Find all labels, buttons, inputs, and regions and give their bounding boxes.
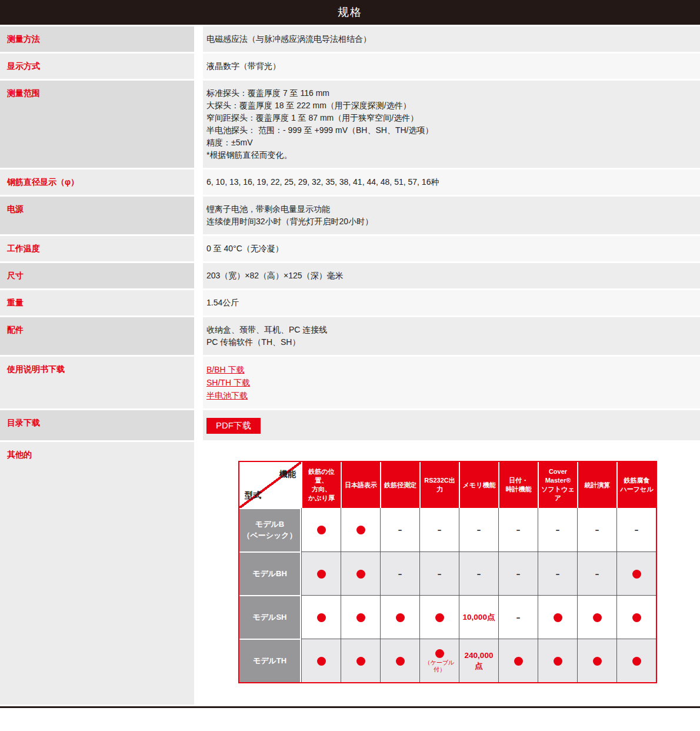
spec-table: 测量方法电磁感应法（与脉冲感应涡流电导法相结合）显示方式液晶数字（带背光）测量范… bbox=[0, 26, 700, 705]
available-dot-icon bbox=[593, 613, 602, 622]
feature-value-cell bbox=[341, 595, 380, 639]
not-available-dash: – bbox=[398, 525, 402, 534]
available-dot-icon bbox=[435, 649, 444, 658]
feature-value-cell bbox=[616, 639, 656, 682]
feature-column-header: 鉄筋径測定 bbox=[380, 462, 419, 508]
spec-label-cell: 钢筋直径显示（φ） bbox=[0, 170, 194, 195]
spec-value-cell: 機能型式鉄筋の位置、 方向、 かぶり厚日本語表示鉄筋径測定RS232C出力メモリ… bbox=[203, 442, 700, 705]
spec-label-cell: 显示方式 bbox=[0, 54, 194, 79]
available-dot-icon bbox=[356, 613, 365, 622]
feature-column-header: Cover Master® ソフトウェア bbox=[538, 462, 577, 508]
available-dot-icon bbox=[435, 613, 444, 622]
spec-label: 重量 bbox=[7, 298, 24, 307]
spec-label-cell: 尺寸 bbox=[0, 263, 194, 288]
model-name-cell: モデルB （ベーシック） bbox=[239, 508, 301, 551]
spec-row: 其他的機能型式鉄筋の位置、 方向、 かぶり厚日本語表示鉄筋径測定RS232C出力… bbox=[0, 442, 700, 705]
download-link[interactable]: B/BH 下载 bbox=[206, 365, 245, 374]
spec-label-cell: 配件 bbox=[0, 317, 194, 355]
spec-label-cell: 工作温度 bbox=[0, 236, 194, 261]
spec-value: 1.54公斤 bbox=[206, 297, 694, 309]
not-available-dash: – bbox=[556, 525, 560, 534]
page-title: 规格 bbox=[338, 6, 362, 18]
spec-label-cell: 使用说明书下载 bbox=[0, 357, 194, 408]
model-name-cell: モデルTH bbox=[239, 639, 301, 682]
feature-column-header: メモリ機能 bbox=[459, 462, 498, 508]
not-available-dash: – bbox=[516, 613, 521, 622]
spec-label: 工作温度 bbox=[7, 244, 40, 253]
available-dot-icon bbox=[396, 657, 405, 666]
feature-value-cell: – bbox=[380, 508, 419, 551]
spec-value-cell: 1.54公斤 bbox=[203, 290, 700, 315]
not-available-dash: – bbox=[635, 525, 639, 534]
spec-row: 配件收纳盒、颈带、耳机、PC 连接线 PC 传输软件（TH、SH） bbox=[0, 317, 700, 355]
available-dot-icon bbox=[632, 570, 641, 579]
feature-value-cell: – bbox=[538, 508, 577, 551]
memory-capacity-text: 240,000点 bbox=[465, 651, 494, 670]
feature-value-cell bbox=[538, 639, 577, 682]
feature-value-cell: – bbox=[498, 551, 538, 595]
spec-label: 其他的 bbox=[7, 450, 32, 459]
feature-value-cell bbox=[616, 595, 656, 639]
feature-column-header: 鉄筋腐食 ハーフセル bbox=[616, 462, 656, 508]
feature-value-cell: – bbox=[577, 551, 616, 595]
feature-value-cell: – bbox=[498, 508, 538, 551]
available-dot-icon bbox=[317, 657, 326, 666]
spec-value: 收纳盒、颈带、耳机、PC 连接线 PC 传输软件（TH、SH） bbox=[206, 324, 694, 348]
feature-row: モデルB （ベーシック）––––––– bbox=[239, 508, 656, 551]
spec-value: 203（宽）×82（高）×125（深）毫米 bbox=[206, 270, 694, 282]
feature-value-cell bbox=[341, 551, 380, 595]
cell-note: （ケーブル付） bbox=[421, 659, 458, 673]
feature-value-cell bbox=[301, 639, 341, 682]
feature-value-cell bbox=[577, 639, 616, 682]
feature-value-cell: 10,000点 bbox=[459, 595, 498, 639]
spec-row: 电源锂离子电池，带剩余电量显示功能 连续使用时间32小时（背光灯开启时20小时） bbox=[0, 197, 700, 234]
download-link[interactable]: SH/TH 下载 bbox=[206, 378, 250, 387]
not-available-dash: – bbox=[438, 569, 442, 579]
spec-label: 使用说明书下载 bbox=[7, 364, 65, 374]
spec-label: 显示方式 bbox=[7, 61, 40, 71]
spec-label-cell: 电源 bbox=[0, 197, 194, 234]
download-link[interactable]: 半电池下载 bbox=[206, 391, 248, 400]
model-name-cell: モデルSH bbox=[239, 595, 301, 639]
download-link-line: SH/TH 下载 bbox=[206, 376, 694, 389]
available-dot-icon bbox=[554, 613, 562, 622]
spec-value-cell: PDF下载 bbox=[203, 410, 700, 440]
not-available-dash: – bbox=[398, 569, 402, 579]
spec-value: 6, 10, 13, 16, 19, 22, 25, 29, 32, 35, 3… bbox=[206, 176, 694, 188]
spec-row: 工作温度0 至 40°C（无冷凝） bbox=[0, 236, 700, 261]
spec-row: 重量1.54公斤 bbox=[0, 290, 700, 315]
feature-header-row: 機能型式鉄筋の位置、 方向、 かぶり厚日本語表示鉄筋径測定RS232C出力メモリ… bbox=[239, 462, 656, 508]
spec-value-cell: 锂离子电池，带剩余电量显示功能 连续使用时间32小时（背光灯开启时20小时） bbox=[203, 197, 700, 234]
spec-value: 标准探头：覆盖厚度 7 至 116 mm 大探头：覆盖厚度 18 至 222 m… bbox=[206, 87, 694, 161]
spec-row: 钢筋直径显示（φ）6, 10, 13, 16, 19, 22, 25, 29, … bbox=[0, 170, 700, 195]
feature-value-cell: – bbox=[577, 508, 616, 551]
feature-value-cell: – bbox=[498, 595, 538, 639]
feature-comparison-table: 機能型式鉄筋の位置、 方向、 かぶり厚日本語表示鉄筋径測定RS232C出力メモリ… bbox=[238, 461, 657, 683]
feature-column-header: 日本語表示 bbox=[341, 462, 380, 508]
feature-value-cell bbox=[577, 595, 616, 639]
spec-row: 尺寸203（宽）×82（高）×125（深）毫米 bbox=[0, 263, 700, 288]
bottom-divider bbox=[0, 706, 700, 708]
pdf-download-button[interactable]: PDF下载 bbox=[206, 418, 261, 434]
feature-column-header: 統計演算 bbox=[577, 462, 616, 508]
spec-value-cell: 液晶数字（带背光） bbox=[203, 54, 700, 79]
spec-value: 0 至 40°C（无冷凝） bbox=[206, 242, 694, 255]
feature-value-cell bbox=[616, 551, 656, 595]
feature-value-cell: – bbox=[459, 551, 498, 595]
model-name-cell: モデルBH bbox=[239, 551, 301, 595]
feature-value-cell bbox=[301, 508, 341, 551]
download-link-line: B/BH 下载 bbox=[206, 363, 694, 376]
available-dot-icon bbox=[356, 657, 365, 666]
spec-label: 电源 bbox=[7, 204, 24, 214]
feature-value-cell bbox=[301, 595, 341, 639]
spec-row: 使用说明书下载B/BH 下载SH/TH 下载半电池下载 bbox=[0, 357, 700, 408]
spec-label-cell: 测量方法 bbox=[0, 26, 194, 52]
spec-value: 锂离子电池，带剩余电量显示功能 连续使用时间32小时（背光灯开启时20小时） bbox=[206, 203, 694, 228]
feature-value-cell: – bbox=[419, 508, 459, 551]
spec-label: 目录下载 bbox=[7, 418, 40, 427]
feature-row: モデルTH（ケーブル付）240,000点 bbox=[239, 639, 656, 682]
feature-value-cell bbox=[380, 639, 419, 682]
feature-value-cell bbox=[341, 639, 380, 682]
spec-row: 测量方法电磁感应法（与脉冲感应涡流电导法相结合） bbox=[0, 26, 700, 52]
feature-value-cell: – bbox=[616, 508, 656, 551]
